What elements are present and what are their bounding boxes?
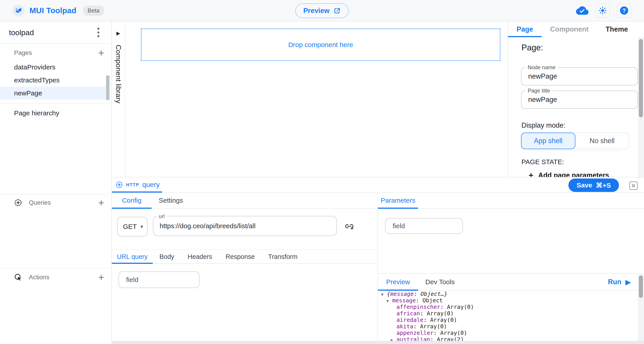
pages-section-header: Pages + <box>0 46 111 60</box>
sun-icon <box>598 7 607 15</box>
preview-scrollbar-track[interactable] <box>638 273 644 341</box>
json-preview-tree: ▼{message: Object…} ▼message: Object aff… <box>378 291 637 341</box>
page-title-input[interactable] <box>522 91 637 108</box>
drop-zone[interactable]: Drop component here <box>141 29 500 61</box>
tree-sep: : <box>440 304 447 310</box>
project-menu-button[interactable] <box>93 27 104 38</box>
parameter-field-input[interactable] <box>386 219 462 233</box>
actions-section-label: Actions <box>14 273 50 281</box>
tree-row[interactable]: ▶australian: Array(2) <box>378 336 637 341</box>
display-mode-label: Display mode: <box>522 121 565 129</box>
node-name-field: Node name <box>521 67 638 86</box>
run-button[interactable]: Run ▶ <box>608 278 630 286</box>
add-page-parameters-label: Add page parameters <box>538 171 609 177</box>
tree-row[interactable]: ▼{message: Object…} <box>378 291 637 297</box>
http-method-select[interactable]: GET ▾ <box>117 217 148 237</box>
actions-section-header: Actions + <box>0 271 111 284</box>
inspector-heading: Page: <box>522 43 543 52</box>
save-button[interactable]: Save ⌘+S <box>568 179 619 192</box>
tree-sep: : <box>423 317 430 323</box>
inspector-scrollbar-thumb[interactable] <box>639 39 643 117</box>
url-query-field-input[interactable] <box>119 272 199 288</box>
tree-brace: { <box>387 291 390 297</box>
add-page-button[interactable]: + <box>97 48 106 58</box>
headers-tab-label: Headers <box>188 253 212 260</box>
drop-zone-hint: Drop component here <box>288 41 353 49</box>
tab-dev-tools[interactable]: Dev Tools <box>418 274 462 290</box>
add-link-icon[interactable] <box>344 221 354 231</box>
sidebar-item-newpage[interactable]: newPage <box>0 87 106 99</box>
tab-theme[interactable]: Theme <box>597 22 636 37</box>
tree-key: message <box>390 291 414 297</box>
component-library-strip[interactable]: ▶ Component library <box>112 22 125 177</box>
node-name-input[interactable] <box>522 68 637 85</box>
panel-bottom-strip <box>112 341 644 344</box>
tab-parameters[interactable]: Parameters <box>378 193 418 208</box>
response-tab-label: Response <box>226 253 255 260</box>
display-mode-app-shell[interactable]: App shell <box>521 133 575 149</box>
tree-key: message <box>392 297 416 304</box>
tree-sep: : <box>416 297 422 304</box>
tree-value: Array(0) <box>430 317 457 323</box>
pages-scrollbar-thumb[interactable] <box>106 75 110 100</box>
sidebar-divider <box>0 268 111 269</box>
preview-button[interactable]: Preview <box>295 3 348 18</box>
project-header: toolpad <box>0 22 111 44</box>
query-tab-label: query <box>142 181 160 189</box>
display-mode-no-shell[interactable]: No shell <box>575 133 629 149</box>
collapsed-arrow-icon[interactable]: ▶ <box>391 336 396 341</box>
page-item-label: extractedTypes <box>14 76 60 84</box>
tree-row[interactable]: appenzeller: Array(0) <box>378 330 637 336</box>
query-editor-panel: HTTP query Save ⌘+S × Config Settings GE… <box>112 177 644 344</box>
theme-toggle-button[interactable] <box>595 3 610 18</box>
beta-badge: Beta <box>83 5 105 16</box>
run-button-label: Run <box>608 278 622 286</box>
help-button[interactable]: ? <box>617 3 632 18</box>
tab-preview[interactable]: Preview <box>378 274 418 290</box>
http-method-value: GET <box>123 223 137 230</box>
tab-page[interactable]: Page <box>508 22 542 37</box>
parameter-field <box>385 218 463 234</box>
inspector-panel: Page Component Theme Page: Node name Pag… <box>508 22 644 177</box>
app-logo-group[interactable]: MUI Toolpad Beta <box>12 5 104 17</box>
inspector-scrollbar-track[interactable] <box>638 37 644 177</box>
transform-tab-label: Transform <box>268 253 298 260</box>
add-page-parameters-button[interactable]: + Add page parameters <box>528 171 609 177</box>
tab-config[interactable]: Config <box>112 193 152 208</box>
url-input[interactable] <box>154 216 336 236</box>
query-tab[interactable]: HTTP query <box>112 177 162 192</box>
page-hierarchy-label[interactable]: Page hierarchy <box>14 109 59 117</box>
sidebar-item-dataproviders[interactable]: dataProviders <box>0 61 106 73</box>
project-sidebar: toolpad Pages + dataProviders extractedT… <box>0 22 112 344</box>
add-action-button[interactable]: + <box>97 272 106 282</box>
page-item-label: newPage <box>14 89 42 97</box>
tree-row[interactable]: affenpinscher: Array(0) <box>378 304 637 310</box>
save-button-label: Save <box>576 182 592 189</box>
help-icon: ? <box>620 6 629 15</box>
url-query-tab-label: URL query <box>117 253 148 260</box>
expanded-arrow-icon[interactable]: ▼ <box>381 291 387 298</box>
subtab-transform[interactable]: Transform <box>262 250 304 263</box>
tree-row[interactable]: airedale: Array(0) <box>378 317 637 323</box>
subtab-url-query[interactable]: URL query <box>112 250 153 263</box>
sidebar-item-extractedtypes[interactable]: extractedTypes <box>0 74 106 86</box>
subtab-body[interactable]: Body <box>153 250 181 263</box>
query-editor-tabbar: HTTP query Save ⌘+S × <box>112 177 644 193</box>
tree-row[interactable]: ▼message: Object <box>378 297 637 304</box>
display-mode-toggle: App shell No shell <box>521 133 629 149</box>
tree-row[interactable]: african: Array(0) <box>378 310 637 317</box>
preview-scrollbar-thumb[interactable] <box>639 275 643 298</box>
tree-sep: : <box>414 291 420 297</box>
subtab-response[interactable]: Response <box>219 250 262 263</box>
tab-settings[interactable]: Settings <box>152 193 190 208</box>
query-icon <box>116 181 123 189</box>
close-query-editor-button[interactable]: × <box>629 182 638 190</box>
tree-row[interactable]: akita: Array(0) <box>378 323 637 330</box>
component-library-label: Component library <box>114 45 122 103</box>
expand-library-icon[interactable]: ▶ <box>116 31 120 36</box>
page-canvas: ▶ Component library Drop component here <box>112 22 508 177</box>
expanded-arrow-icon[interactable]: ▼ <box>386 298 392 304</box>
add-query-button[interactable]: + <box>97 198 106 208</box>
subtab-headers[interactable]: Headers <box>181 250 219 263</box>
tab-component[interactable]: Component <box>542 22 597 37</box>
